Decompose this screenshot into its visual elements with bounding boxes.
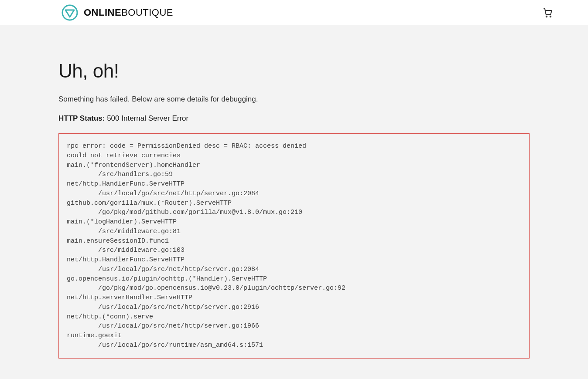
brand-name: ONLINEBOUTIQUE [84, 7, 173, 18]
http-status-line: HTTP Status: 500 Internal Server Error [58, 114, 530, 123]
http-status-value: 500 Internal Server Error [107, 114, 188, 122]
error-subtitle: Something has failed. Below are some det… [58, 95, 530, 104]
svg-point-0 [62, 5, 77, 20]
brand-name-light: BOUTIQUE [121, 7, 173, 18]
brand-logo-icon [61, 4, 79, 21]
cart-icon[interactable] [543, 7, 553, 18]
svg-point-2 [550, 16, 551, 17]
header-bar: ONLINEBOUTIQUE [0, 0, 588, 25]
svg-point-1 [546, 16, 547, 17]
brand-link[interactable]: ONLINEBOUTIQUE [61, 4, 173, 21]
http-status-label: HTTP Status: [58, 114, 105, 122]
brand-name-bold: ONLINE [84, 7, 121, 18]
main-content: Uh, oh! Something has failed. Below are … [0, 25, 588, 379]
error-stack-trace: rpc error: code = PermissionDenied desc … [58, 133, 530, 359]
error-container: Uh, oh! Something has failed. Below are … [58, 60, 530, 359]
error-title: Uh, oh! [58, 60, 530, 82]
